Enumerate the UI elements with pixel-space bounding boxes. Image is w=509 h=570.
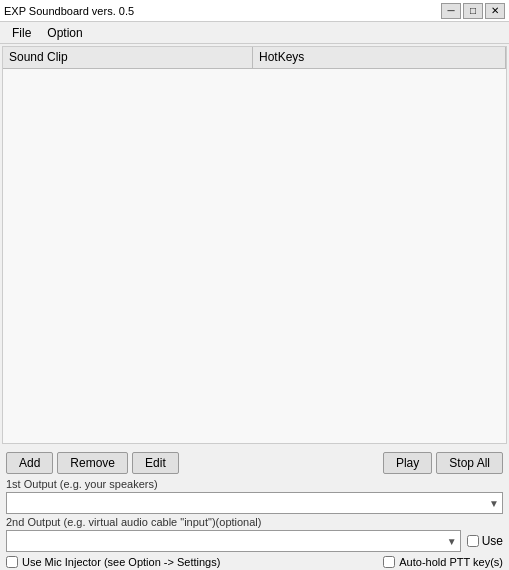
auto-hold-ptt-checkbox[interactable] bbox=[383, 556, 395, 568]
table-body[interactable] bbox=[3, 69, 506, 443]
second-output-select[interactable] bbox=[6, 530, 461, 552]
first-output-label: 1st Output (e.g. your speakers) bbox=[6, 478, 503, 490]
maximize-button[interactable]: □ bbox=[463, 3, 483, 19]
use-checkbox-wrapper: Use bbox=[467, 534, 503, 548]
play-button[interactable]: Play bbox=[383, 452, 432, 474]
window-title: EXP Soundboard vers. 0.5 bbox=[4, 5, 134, 17]
mic-injector-label: Use Mic Injector (see Option -> Settings… bbox=[22, 556, 220, 568]
column-hotkeys: HotKeys bbox=[253, 47, 506, 68]
right-buttons: Play Stop All bbox=[383, 452, 503, 474]
second-output-dropdown-wrapper: ▼ bbox=[6, 530, 461, 552]
minimize-button[interactable]: ─ bbox=[441, 3, 461, 19]
use-second-output-label: Use bbox=[482, 534, 503, 548]
stop-all-button[interactable]: Stop All bbox=[436, 452, 503, 474]
title-bar: EXP Soundboard vers. 0.5 ─ □ ✕ bbox=[0, 0, 509, 22]
second-output-label: 2nd Output (e.g. virtual audio cable "in… bbox=[6, 516, 503, 528]
sound-table: Sound Clip HotKeys bbox=[2, 46, 507, 444]
first-output-section: 1st Output (e.g. your speakers) ▼ bbox=[6, 478, 503, 514]
mic-injector-item: Use Mic Injector (see Option -> Settings… bbox=[6, 556, 220, 568]
window-controls: ─ □ ✕ bbox=[441, 3, 505, 19]
close-button[interactable]: ✕ bbox=[485, 3, 505, 19]
button-row: Add Remove Edit Play Stop All bbox=[6, 452, 503, 474]
auto-hold-ptt-item: Auto-hold PTT key(s) bbox=[383, 556, 503, 568]
second-output-section: 2nd Output (e.g. virtual audio cable "in… bbox=[6, 516, 503, 552]
use-second-output-checkbox[interactable] bbox=[467, 535, 479, 547]
main-content: Sound Clip HotKeys Add Remove Edit Play … bbox=[0, 44, 509, 570]
remove-button[interactable]: Remove bbox=[57, 452, 128, 474]
menu-file[interactable]: File bbox=[4, 24, 39, 42]
bottom-area: Add Remove Edit Play Stop All 1st Output… bbox=[0, 446, 509, 570]
auto-hold-ptt-label: Auto-hold PTT key(s) bbox=[399, 556, 503, 568]
edit-button[interactable]: Edit bbox=[132, 452, 179, 474]
first-output-dropdown-wrapper: ▼ bbox=[6, 492, 503, 514]
second-output-row: ▼ Use bbox=[6, 530, 503, 552]
first-output-select[interactable] bbox=[6, 492, 503, 514]
table-header: Sound Clip HotKeys bbox=[3, 47, 506, 69]
checkbox-row: Use Mic Injector (see Option -> Settings… bbox=[4, 556, 505, 568]
left-buttons: Add Remove Edit bbox=[6, 452, 179, 474]
column-sound-clip: Sound Clip bbox=[3, 47, 253, 68]
add-button[interactable]: Add bbox=[6, 452, 53, 474]
mic-injector-checkbox[interactable] bbox=[6, 556, 18, 568]
menu-bar: File Option bbox=[0, 22, 509, 44]
menu-option[interactable]: Option bbox=[39, 24, 90, 42]
